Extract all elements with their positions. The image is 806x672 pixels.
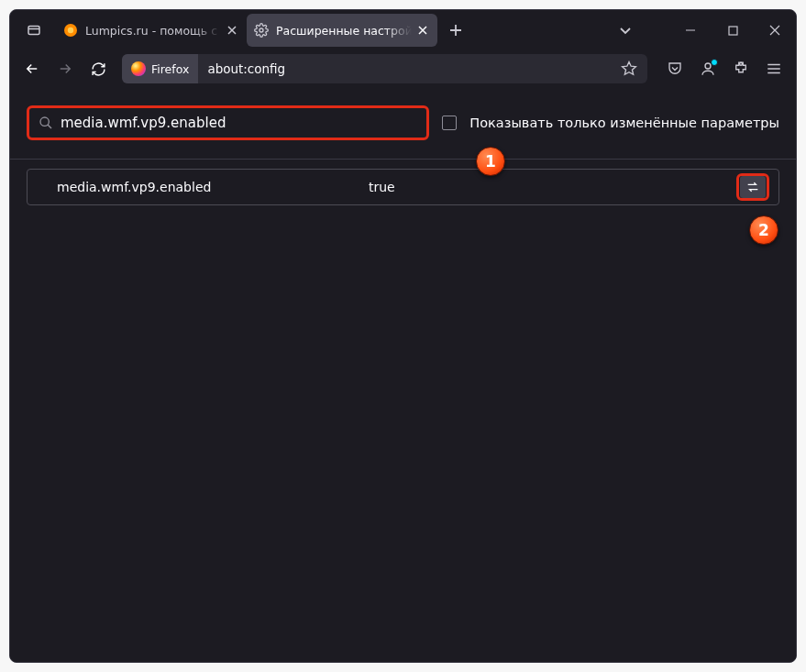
about-config-page: Показывать только изменённые параметры 1… [10, 87, 796, 662]
toggle-highlight [736, 173, 769, 201]
notification-dot-icon [711, 59, 718, 66]
url-input[interactable] [198, 61, 616, 76]
tabs-dropdown-button[interactable] [609, 17, 642, 44]
new-tab-button[interactable] [443, 17, 469, 43]
window-controls [669, 10, 796, 50]
callout-badge-1: 1 [476, 147, 505, 176]
preference-value: true [369, 180, 395, 194]
bookmark-star-icon[interactable] [616, 56, 642, 82]
close-tab-icon[interactable] [415, 23, 430, 38]
titlebar: Lumpics.ru - помощь с компью Расширенные… [10, 10, 796, 50]
svg-rect-0 [28, 27, 39, 35]
divider [10, 159, 796, 160]
lumpics-favicon-icon [63, 23, 78, 38]
pocket-button[interactable] [660, 54, 690, 83]
svg-point-5 [705, 63, 711, 69]
tab-about-config[interactable]: Расширенные настройки [247, 14, 437, 47]
account-button[interactable] [693, 54, 723, 83]
firefox-logo-icon [131, 61, 146, 76]
browser-window: Lumpics.ru - помощь с компью Расширенные… [9, 9, 797, 663]
app-menu-button[interactable] [759, 54, 789, 83]
svg-rect-4 [729, 27, 737, 35]
toggle-preference-button[interactable] [740, 176, 766, 198]
nav-toolbar: Firefox [10, 50, 796, 87]
search-row: Показывать только изменённые параметры 1 [27, 104, 779, 142]
close-window-button[interactable] [754, 10, 796, 50]
preference-row: media.wmf.vp9.enabled true 2 [27, 169, 779, 205]
callout-badge-2: 2 [749, 215, 778, 245]
gear-icon [254, 23, 269, 38]
config-search-input[interactable] [29, 108, 426, 138]
close-tab-icon[interactable] [225, 23, 239, 38]
minimize-button[interactable] [669, 10, 712, 50]
search-container [27, 105, 429, 140]
forward-button[interactable] [50, 54, 80, 83]
search-icon [39, 116, 53, 130]
urlbar[interactable]: Firefox [122, 54, 647, 83]
tab-strip: Lumpics.ru - помощь с компью Расширенные… [56, 10, 437, 50]
svg-point-2 [68, 28, 73, 33]
extensions-button[interactable] [726, 54, 756, 83]
reload-button[interactable] [83, 54, 113, 83]
only-modified-label: Показывать только изменённые параметры [469, 116, 779, 130]
preference-name: media.wmf.vp9.enabled [57, 180, 369, 194]
svg-point-3 [259, 28, 263, 32]
maximize-button[interactable] [712, 10, 754, 50]
back-button[interactable] [17, 54, 47, 83]
list-all-tabs-button[interactable] [17, 17, 50, 44]
svg-point-7 [40, 117, 49, 126]
tab-label: Расширенные настройки [276, 24, 412, 38]
tab-lumpics[interactable]: Lumpics.ru - помощь с компью [56, 14, 247, 47]
tab-label: Lumpics.ru - помощь с компью [85, 24, 221, 38]
svg-point-6 [740, 62, 743, 65]
identity-label: Firefox [151, 62, 189, 76]
only-modified-checkbox[interactable] [442, 116, 457, 130]
identity-box[interactable]: Firefox [122, 54, 198, 83]
